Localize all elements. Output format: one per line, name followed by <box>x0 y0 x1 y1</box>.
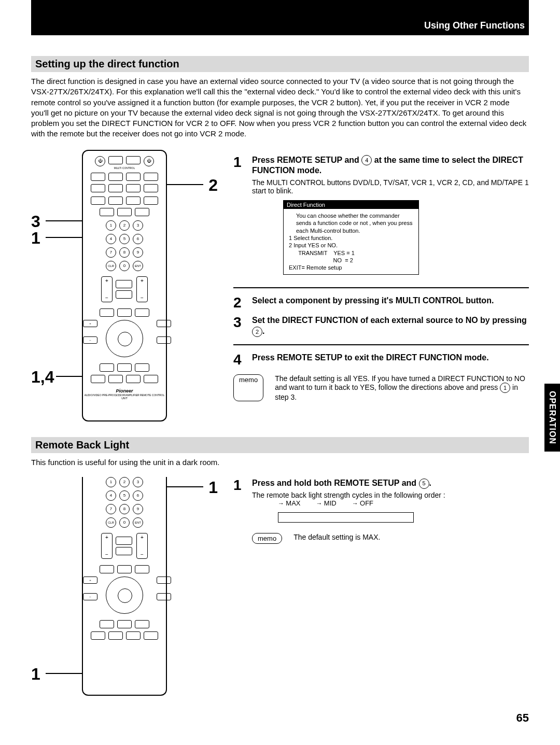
memo-text: The default setting is MAX. <box>293 533 380 544</box>
circle-4-icon: 4 <box>361 155 372 165</box>
cycle-loop-icon <box>278 512 414 523</box>
callout-1c: 1 <box>31 665 40 684</box>
step-number: 3 <box>233 315 248 330</box>
remote-control-icon: ⏻ ⏻ MULTI CONTROL 123 456 789 CLR0ENT +− <box>82 150 167 421</box>
power-receiver-icon: ⏻ <box>144 156 154 166</box>
step3-title: Set the DIRECT FUNCTION of each external… <box>252 315 529 337</box>
direct-function-screen: Direct Function You can choose whether t… <box>283 200 419 275</box>
memo-text: The default setting is all YES. If you h… <box>275 374 529 401</box>
remote-control-icon: 123 456 789 CLR0ENT +− +− +− <box>82 477 167 696</box>
dpad-icon <box>106 320 143 357</box>
step-number: 1 <box>233 155 248 170</box>
callout-2: 2 <box>208 176 218 195</box>
breadcrumb: Using Other Functions <box>424 20 525 31</box>
section1-title: Setting up the direct function <box>31 56 529 72</box>
s2-step1-title: Press and hold both REMOTE SETUP and 5. <box>252 478 529 489</box>
memo-badge: memo <box>252 533 282 544</box>
step-number: 2 <box>233 296 248 310</box>
step-number: 4 <box>233 353 248 367</box>
step1-title: Press REMOTE SETUP and 4 at the same tim… <box>252 155 529 177</box>
power-source-icon: ⏻ <box>95 156 105 166</box>
volume-rocker-icon: +− <box>101 276 113 302</box>
model-label: AUDIO/VIDEO PRE-PROCESSOR/AMPLIFIER REMO… <box>83 393 166 400</box>
volume-rocker-icon: +− <box>136 276 148 302</box>
brand-label: Pioneer <box>83 388 166 393</box>
multi-btn <box>108 156 123 164</box>
callout-14: 1,4 <box>31 368 54 387</box>
section2-title: Remote Back Light <box>31 437 529 453</box>
step1-desc: The MULTI CONTROL buttons DVD/LD, TV/SAT… <box>252 178 529 195</box>
page-number: 65 <box>31 711 529 725</box>
circle-5-icon: 5 <box>419 479 429 489</box>
callout-1b: 1 <box>208 478 218 497</box>
memo-badge: memo <box>233 374 263 401</box>
step2-title: Select a component by pressing it's MULT… <box>252 296 529 306</box>
step4-title: Press REMOTE SETUP to exit the DIRECT FU… <box>252 353 529 363</box>
header-bar: Using Other Functions <box>31 0 529 35</box>
multi-btn <box>126 156 141 164</box>
cycle-labels: MAX MID OFF <box>278 499 529 507</box>
circle-2-icon: 2 <box>252 327 262 337</box>
remote-diagram-1: 2 3 1 1,4 ⏻ ⏻ MULTI CONTROL 123 <box>31 150 218 421</box>
callout-1a: 1 <box>31 229 40 248</box>
s2-step1-desc: The remote back light strength cycles in… <box>252 491 529 499</box>
section2-intro: This function is useful for using the un… <box>31 457 529 468</box>
step-number: 1 <box>233 478 248 493</box>
circle-1-icon: 1 <box>500 383 510 393</box>
side-tab: OPERATION <box>544 384 560 452</box>
remote-diagram-2: 1 1 123 456 789 CLR0ENT +− +− +− <box>31 473 218 696</box>
section1-intro: The direct function is designed in case … <box>31 76 529 139</box>
